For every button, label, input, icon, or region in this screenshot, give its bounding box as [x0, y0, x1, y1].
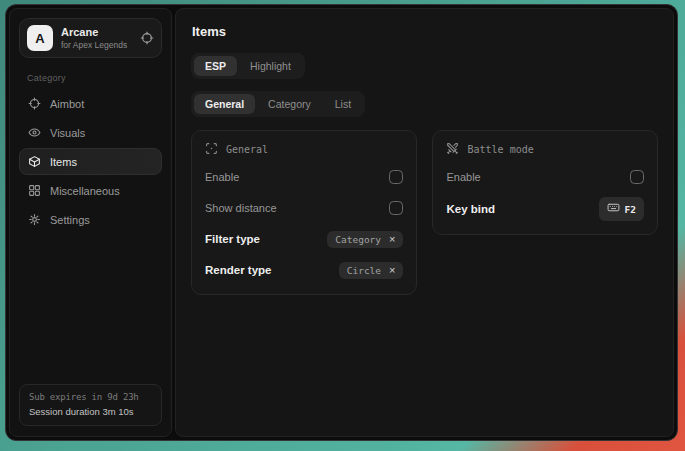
- setting-row-render-type: Render type Circle ×: [205, 259, 403, 281]
- grid-icon: [28, 184, 41, 197]
- keybind-value: F2: [625, 204, 636, 215]
- viewfinder-icon: [205, 142, 218, 157]
- setting-row-enable: Enable: [446, 166, 644, 188]
- package-icon: [28, 155, 41, 168]
- sidebar-item-aimbot[interactable]: Aimbot: [19, 90, 162, 117]
- sidebar-item-miscellaneous[interactable]: Miscellaneous: [19, 177, 162, 204]
- setting-label: Show distance: [205, 202, 277, 214]
- sidebar-item-label: Miscellaneous: [50, 185, 120, 197]
- panel-general: General Enable Show distance Filter type…: [191, 130, 417, 295]
- setting-label: Filter type: [205, 233, 260, 245]
- clear-icon[interactable]: ×: [389, 265, 395, 276]
- tab-general[interactable]: General: [194, 94, 255, 114]
- setting-label: Enable: [205, 171, 239, 183]
- swords-icon: [446, 142, 459, 157]
- panel-battle-mode: Battle mode Enable Key bind: [432, 130, 658, 235]
- sidebar-item-label: Visuals: [50, 127, 85, 139]
- setting-row-enable: Enable: [205, 166, 403, 188]
- main-content: Items ESP Highlight General Category Lis…: [175, 8, 674, 437]
- sidebar-item-label: Settings: [50, 214, 90, 226]
- keybind-button[interactable]: F2: [599, 197, 644, 221]
- eye-icon: [28, 126, 41, 139]
- sidebar-item-label: Items: [50, 156, 77, 168]
- brand-text: Arcane for Apex Legends: [61, 26, 127, 50]
- subscription-status-card: Sub expires in 9d 23h Session duration 3…: [19, 384, 162, 426]
- setting-label: Enable: [446, 171, 480, 183]
- target-icon[interactable]: [140, 31, 154, 45]
- mode-tab-group: ESP Highlight: [191, 53, 305, 79]
- gear-icon: [28, 213, 41, 226]
- sidebar-nav: Aimbot Visuals Items: [19, 90, 162, 233]
- enable-checkbox[interactable]: [389, 170, 403, 184]
- sidebar-item-settings[interactable]: Settings: [19, 206, 162, 233]
- setting-label: Key bind: [446, 203, 495, 215]
- crosshair-icon: [28, 97, 41, 110]
- panel-battle-header: Battle mode: [446, 142, 644, 157]
- sidebar-section-label: Category: [27, 73, 162, 83]
- battle-enable-checkbox[interactable]: [630, 170, 644, 184]
- app-window: A Arcane for Apex Legends Category: [5, 4, 678, 441]
- panel-general-header: General: [205, 142, 403, 157]
- view-tab-group: General Category List: [191, 91, 365, 117]
- panel-title: Battle mode: [467, 144, 533, 155]
- tab-list[interactable]: List: [324, 94, 362, 114]
- keyboard-icon: [607, 200, 620, 218]
- filter-type-value: Category: [335, 234, 381, 245]
- setting-row-show-distance: Show distance: [205, 197, 403, 219]
- panels-container: General Enable Show distance Filter type…: [191, 130, 658, 295]
- filter-type-select[interactable]: Category ×: [327, 231, 403, 248]
- brand-card: A Arcane for Apex Legends: [19, 18, 162, 58]
- app-subtitle: for Apex Legends: [61, 40, 127, 50]
- render-type-value: Circle: [347, 265, 381, 276]
- sub-expiry-text: Sub expires in 9d 23h: [29, 392, 152, 402]
- setting-row-filter-type: Filter type Category ×: [205, 228, 403, 250]
- show-distance-checkbox[interactable]: [389, 201, 403, 215]
- sidebar-item-label: Aimbot: [50, 98, 84, 110]
- setting-row-key-bind: Key bind F2: [446, 197, 644, 221]
- tab-highlight[interactable]: Highlight: [239, 56, 302, 76]
- panel-title: General: [226, 144, 268, 155]
- tab-category[interactable]: Category: [257, 94, 322, 114]
- page-title: Items: [192, 24, 658, 39]
- session-duration-text: Session duration 3m 10s: [29, 406, 152, 417]
- app-name: Arcane: [61, 26, 127, 39]
- tab-esp[interactable]: ESP: [194, 56, 237, 76]
- sidebar-item-items[interactable]: Items: [19, 148, 162, 175]
- clear-icon[interactable]: ×: [389, 234, 395, 245]
- app-logo: A: [27, 25, 53, 51]
- setting-label: Render type: [205, 264, 271, 276]
- sidebar-item-visuals[interactable]: Visuals: [19, 119, 162, 146]
- render-type-select[interactable]: Circle ×: [339, 262, 404, 279]
- sidebar: A Arcane for Apex Legends Category: [9, 8, 172, 437]
